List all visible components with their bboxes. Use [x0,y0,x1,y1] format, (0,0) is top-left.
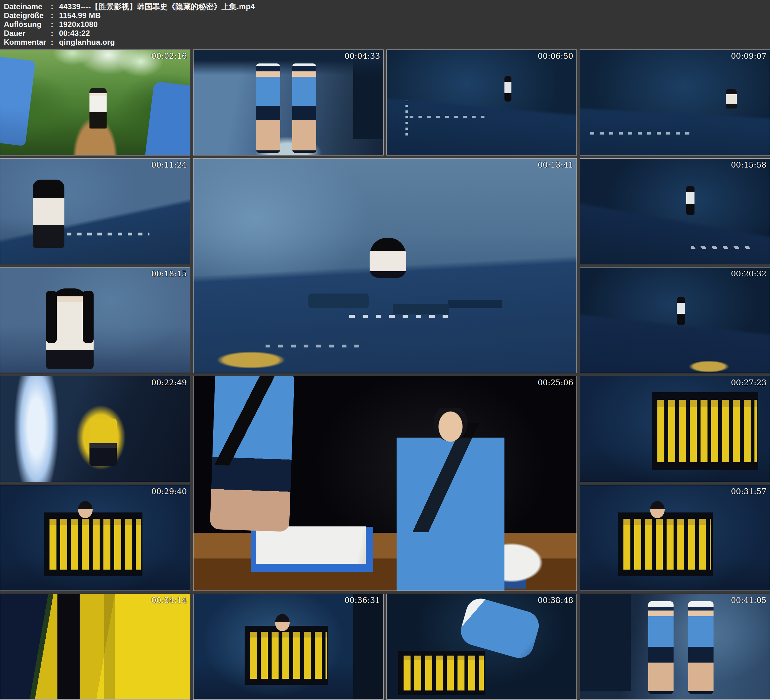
timestamp-overlay: 00:25:06 [538,378,573,387]
meta-separator: : [51,29,59,38]
video-thumbnail-8: 00:18:15 [0,267,190,373]
meta-row-comment: Kommentar:qinglanhua.org [4,38,770,47]
timestamp-overlay: 00:20:32 [731,269,767,278]
timestamp-overlay: 00:27:23 [731,378,767,387]
meta-value-filename: 44339----【胜景影视】韩国罪史《隐藏的秘密》上集.mp4 [59,2,255,11]
timestamp-overlay: 00:15:58 [731,160,767,169]
meta-label: Kommentar [4,38,51,47]
video-thumbnail-12: 00:27:23 [580,376,770,482]
video-thumbnail-4: 00:09:07 [580,50,770,156]
video-thumbnail-5: 00:11:24 [0,158,190,264]
meta-row-filesize: Dateigröße:1154.99 MB [4,11,770,20]
video-thumbnail-2: 00:04:33 [193,50,383,156]
meta-label: Dauer [4,29,51,38]
meta-separator: : [51,2,59,11]
timestamp-overlay: 00:34:14 [151,596,187,605]
metadata-header: Dateiname:44339----【胜景影视】韩国罪史《隐藏的秘密》上集.m… [0,0,770,49]
video-thumbnail-6-large: 00:13:41 [193,158,577,373]
timestamp-overlay: 00:09:07 [731,52,767,61]
video-thumbnail-14: 00:31:57 [580,485,770,591]
timestamp-overlay: 00:18:15 [151,269,187,278]
meta-separator: : [51,38,59,47]
timestamp-overlay: 00:02:16 [151,52,187,61]
meta-label: Dateigröße [4,11,51,20]
timestamp-overlay: 00:29:40 [151,487,187,496]
meta-separator: : [51,11,59,20]
thumbnail-grid: 00:02:16 00:04:33 00:06:50 00:09:07 00:1… [0,50,770,700]
video-thumbnail-11-large: 00:25:06 [193,376,577,591]
meta-row-duration: Dauer:00:43:22 [4,29,770,38]
meta-row-filename: Dateiname:44339----【胜景影视】韩国罪史《隐藏的秘密》上集.m… [4,2,770,11]
timestamp-overlay: 00:36:31 [345,596,380,605]
video-thumbnail-15: 00:34:14 [0,594,190,700]
timestamp-overlay: 00:38:48 [538,596,573,605]
meta-value-filesize: 1154.99 MB [59,11,100,19]
timestamp-overlay: 00:31:57 [731,487,767,496]
video-thumbnail-18: 00:41:05 [580,594,770,700]
meta-value-duration: 00:43:22 [59,29,90,37]
timestamp-overlay: 00:41:05 [731,596,767,605]
video-thumbnail-16: 00:36:31 [193,594,383,700]
timestamp-overlay: 00:11:24 [151,160,187,169]
timestamp-overlay: 00:04:33 [345,52,380,61]
meta-value-comment: qinglanhua.org [59,38,115,46]
timestamp-overlay: 00:06:50 [538,52,573,61]
timestamp-overlay: 00:22:49 [151,378,187,387]
video-thumbnail-13: 00:29:40 [0,485,190,591]
video-thumbnail-17: 00:38:48 [387,594,577,700]
meta-label: Auflösung [4,20,51,29]
meta-row-resolution: Auflösung:1920x1080 [4,20,770,29]
meta-separator: : [51,20,59,29]
video-contact-sheet: Dateiname:44339----【胜景影视】韩国罪史《隐藏的秘密》上集.m… [0,0,770,700]
video-thumbnail-1: 00:02:16 [0,50,190,156]
timestamp-overlay: 00:13:41 [538,160,573,169]
video-thumbnail-3: 00:06:50 [387,50,577,156]
meta-label: Dateiname [4,2,51,11]
video-thumbnail-7: 00:15:58 [580,158,770,264]
video-thumbnail-9: 00:20:32 [580,267,770,373]
video-thumbnail-10: 00:22:49 [0,376,190,482]
meta-value-resolution: 1920x1080 [59,20,98,29]
